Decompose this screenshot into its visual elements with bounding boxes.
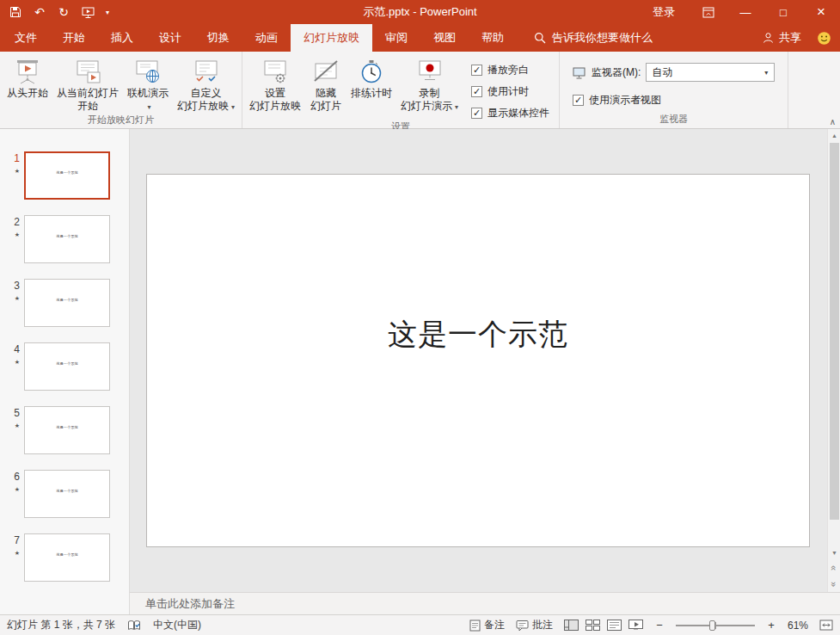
- main-area: 1★ 这是一个示范 2★ 这是一个示范 3★ 这是一个示范 4★ 这是一个示范 …: [0, 129, 840, 635]
- check-icon: ✓: [473, 87, 481, 96]
- language-indicator[interactable]: 中文(中国): [153, 618, 201, 632]
- rehearse-timings-icon: [358, 56, 385, 87]
- zoom-percentage[interactable]: 61%: [788, 620, 808, 632]
- thumbnail-canvas[interactable]: 这是一个示范: [24, 279, 110, 327]
- customize-qat-button[interactable]: ▾: [100, 0, 115, 24]
- notes-toggle-button[interactable]: 备注: [469, 618, 505, 632]
- ribbon-display-options-button[interactable]: [690, 0, 727, 24]
- tab-file[interactable]: 文件: [2, 24, 50, 52]
- play-narrations-checkbox[interactable]: ✓ 播放旁白: [471, 63, 549, 77]
- slide-number: 6: [14, 472, 20, 483]
- tab-transitions[interactable]: 切换: [194, 24, 242, 52]
- thumbnail-row-3[interactable]: 3★ 这是一个示范: [0, 279, 129, 327]
- tab-home[interactable]: 开始: [50, 24, 98, 52]
- thumbnail-canvas[interactable]: 这是一个示范: [24, 215, 110, 263]
- group-label-start-slideshow: 开始放映幻灯片: [0, 114, 242, 129]
- thumbnail-row-1[interactable]: 1★ 这是一个示范: [0, 151, 129, 200]
- use-presenter-view-checkbox[interactable]: ✓ 使用演示者视图: [573, 93, 775, 108]
- scroll-down-button[interactable]: ▼: [828, 546, 840, 559]
- thumbnail-row-7[interactable]: 7★ 这是一个示范: [0, 533, 129, 582]
- tab-animations[interactable]: 动画: [242, 24, 291, 52]
- tab-insert[interactable]: 插入: [98, 24, 146, 52]
- share-button[interactable]: 共享: [751, 30, 813, 46]
- thumbnail-canvas[interactable]: 这是一个示范: [24, 406, 110, 454]
- checkbox-checked: ✓: [573, 95, 584, 106]
- undo-button[interactable]: ↶: [28, 0, 52, 24]
- dropdown-arrow-icon: ▾: [231, 103, 235, 111]
- use-timings-checkbox[interactable]: ✓ 使用计时: [471, 84, 549, 99]
- animation-star-icon: ★: [15, 422, 20, 429]
- ribbon-group-start-slideshow: 从头开始 从当前幻灯片 开始 联机演示 ▾: [0, 52, 242, 128]
- tell-me-search[interactable]: 告诉我你想要做什么: [534, 24, 653, 52]
- minimize-button[interactable]: —: [727, 0, 764, 24]
- start-from-beginning-button[interactable]: [76, 0, 100, 24]
- monitor-select[interactable]: 自动 ▾: [646, 63, 775, 82]
- fit-to-window-button[interactable]: [819, 620, 833, 631]
- from-current-slide-button[interactable]: 从当前幻灯片 开始: [52, 53, 123, 113]
- thumbnail-canvas[interactable]: 这是一个示范: [24, 533, 110, 582]
- qat-dropdown-icon: ▾: [106, 9, 109, 16]
- collapse-ribbon-button[interactable]: ∧: [830, 117, 836, 126]
- spell-check-icon[interactable]: [127, 620, 141, 632]
- tab-review[interactable]: 审阅: [372, 24, 420, 52]
- thumbnail-row-5[interactable]: 5★ 这是一个示范: [0, 406, 129, 454]
- comments-toggle-button[interactable]: 批注: [516, 618, 553, 632]
- thumbnail-row-4[interactable]: 4★ 这是一个示范: [0, 342, 129, 391]
- zoom-slider-thumb[interactable]: [709, 620, 715, 631]
- minimize-icon: —: [740, 6, 751, 19]
- save-button[interactable]: [3, 0, 28, 24]
- close-button[interactable]: ×: [802, 0, 840, 24]
- rehearse-timings-button[interactable]: 排练计时: [346, 53, 396, 113]
- scroll-up-button[interactable]: ▲: [828, 129, 840, 142]
- previous-slide-icon: «: [830, 565, 840, 570]
- feedback-button[interactable]: [813, 31, 840, 46]
- normal-view-button[interactable]: [564, 620, 579, 631]
- present-online-button[interactable]: 联机演示 ▾: [123, 53, 173, 114]
- from-beginning-icon: [14, 56, 41, 87]
- slide-editor-area[interactable]: 这是一个示范: [130, 129, 827, 592]
- setup-slideshow-button[interactable]: 设置 幻灯片放映: [245, 53, 305, 113]
- zoom-in-button[interactable]: +: [766, 619, 776, 632]
- thumbnail-row-6[interactable]: 6★ 这是一个示范: [0, 470, 129, 518]
- undo-icon: ↶: [34, 5, 45, 19]
- checkbox-checked: ✓: [471, 65, 482, 76]
- next-slide-button[interactable]: »: [828, 576, 840, 592]
- sign-in-button[interactable]: 登录: [637, 4, 690, 20]
- combo-dropdown-icon[interactable]: ▾: [758, 64, 774, 81]
- hide-slide-button[interactable]: 隐藏 幻灯片: [305, 53, 346, 113]
- slide-title-text[interactable]: 这是一个示范: [147, 315, 809, 354]
- notes-pane[interactable]: 单击此处添加备注: [130, 592, 840, 614]
- titlebar-right: 登录 — □ ×: [637, 0, 840, 24]
- thumbnail-canvas[interactable]: 这是一个示范: [24, 151, 110, 200]
- zoom-out-button[interactable]: −: [654, 619, 665, 632]
- next-slide-icon: »: [830, 582, 840, 587]
- slide-sorter-view-button[interactable]: [586, 620, 600, 631]
- tab-design[interactable]: 设计: [146, 24, 194, 52]
- tab-slideshow[interactable]: 幻灯片放映: [291, 24, 372, 52]
- dropdown-arrow-icon: ▾: [455, 103, 458, 111]
- thumbnail-row-2[interactable]: 2★ 这是一个示范: [0, 215, 129, 263]
- reading-view-button[interactable]: [607, 620, 622, 631]
- redo-button[interactable]: ↻: [52, 0, 76, 24]
- vertical-scrollbar[interactable]: ▲ ▼ « »: [827, 129, 840, 592]
- slideshow-icon: [82, 6, 95, 19]
- from-beginning-button[interactable]: 从头开始: [3, 53, 52, 113]
- zoom-slider[interactable]: [676, 620, 755, 632]
- scrollbar-thumb[interactable]: [830, 143, 839, 520]
- thumbnail-canvas[interactable]: 这是一个示范: [24, 342, 110, 391]
- scroll-up-icon: ▲: [831, 133, 837, 139]
- slide-canvas[interactable]: 这是一个示范: [146, 174, 810, 547]
- tab-view[interactable]: 视图: [420, 24, 469, 52]
- maximize-button[interactable]: □: [764, 0, 802, 24]
- record-slideshow-button[interactable]: 录制 幻灯片演示▾: [396, 53, 463, 114]
- tab-help[interactable]: 帮助: [469, 24, 517, 52]
- thumbnail-canvas[interactable]: 这是一个示范: [24, 470, 110, 518]
- animation-star-icon: ★: [15, 550, 20, 557]
- previous-slide-button[interactable]: «: [828, 560, 840, 576]
- slide-number: 7: [14, 535, 20, 546]
- zoom-out-icon: −: [654, 619, 665, 632]
- custom-slideshow-button[interactable]: 自定义 幻灯片放映▾: [173, 53, 239, 114]
- show-media-controls-checkbox[interactable]: ✓ 显示媒体控件: [471, 106, 549, 120]
- slide-thumbnail-panel[interactable]: 1★ 这是一个示范 2★ 这是一个示范 3★ 这是一个示范 4★ 这是一个示范 …: [0, 129, 130, 614]
- slideshow-view-button[interactable]: [628, 620, 643, 631]
